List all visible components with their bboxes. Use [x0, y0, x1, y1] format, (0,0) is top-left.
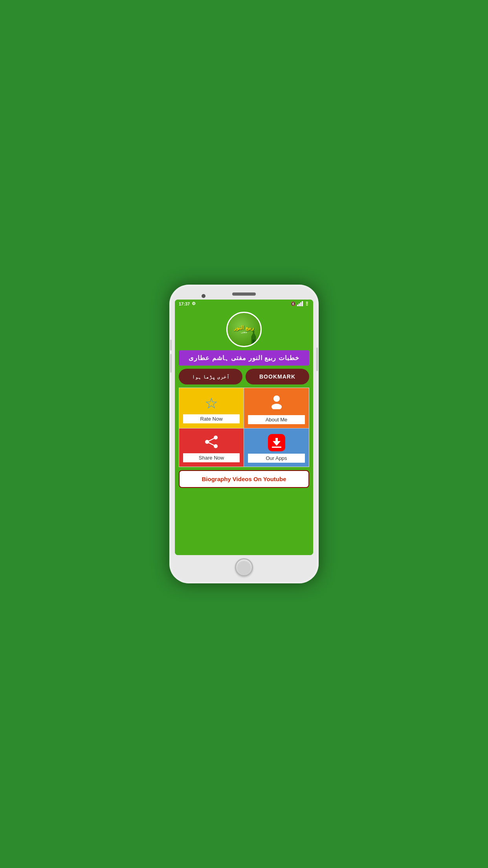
power-button[interactable]: [316, 348, 318, 371]
side-buttons-left: [170, 340, 172, 373]
side-buttons-right: [316, 348, 318, 371]
biography-button[interactable]: Biography Videos On Youtube: [179, 470, 309, 488]
person-icon: [269, 394, 284, 413]
our-apps-cell[interactable]: Our Apps: [244, 428, 309, 467]
mute-icon: 🔇: [291, 302, 295, 306]
svg-point-6: [214, 436, 218, 440]
home-button[interactable]: [235, 558, 253, 576]
battery-icon: 🔋: [305, 302, 309, 306]
about-me-label: About Me: [248, 415, 305, 424]
share-now-cell[interactable]: Share Now: [179, 428, 244, 467]
status-left: 17:37 ⚙: [179, 301, 196, 306]
last-read-button[interactable]: آخری پڑھا ہوا: [179, 369, 242, 384]
phone-bottom-bar: [235, 555, 253, 578]
share-icon: [204, 434, 219, 451]
svg-point-5: [272, 404, 282, 409]
svg-rect-13: [272, 447, 281, 448]
svg-line-9: [207, 438, 216, 442]
logo-arabic-text: ربیع النور: [234, 325, 254, 331]
about-me-cell[interactable]: About Me: [244, 388, 309, 428]
phone-screen: 17:37 ⚙ 🔇 🔋 ربیع النور مفتی: [175, 300, 313, 555]
speaker-grille: [232, 292, 256, 296]
mosque-icon: [249, 330, 259, 346]
signal-bars: [297, 301, 303, 306]
share-now-label: Share Now: [183, 453, 240, 462]
status-time: 17:37: [179, 302, 190, 306]
buttons-row: آخری پڑھا ہوا BOOKMARK: [179, 369, 309, 384]
front-camera: [202, 294, 205, 298]
svg-rect-3: [253, 340, 255, 346]
volume-down-button[interactable]: [170, 354, 172, 373]
logo-inner: ربیع النور مفتی: [227, 313, 261, 346]
app-logo: ربیع النور مفتی: [226, 312, 262, 347]
bookmark-button[interactable]: BOOKMARK: [246, 369, 309, 384]
svg-point-2: [253, 331, 255, 333]
status-bar: 17:37 ⚙ 🔇 🔋: [175, 300, 313, 308]
svg-line-10: [207, 442, 216, 446]
gear-icon: ⚙: [192, 301, 196, 306]
rate-now-cell[interactable]: ☆ Rate Now: [179, 388, 244, 428]
svg-point-4: [273, 395, 280, 402]
logo-sub-text: مفتی: [241, 331, 247, 334]
phone-top-bar: [175, 290, 313, 300]
star-icon: ☆: [205, 395, 218, 412]
phone-frame: 17:37 ⚙ 🔇 🔋 ربیع النور مفتی: [169, 285, 319, 583]
feature-grid: ☆ Rate Now About Me: [179, 388, 309, 467]
status-right: 🔇 🔋: [291, 301, 309, 306]
our-apps-label: Our Apps: [248, 454, 305, 463]
download-box: [268, 434, 285, 451]
app-title-banner: خطبات ربیع النور مفتی ہاشم عطاری: [179, 350, 309, 366]
app-content: ربیع النور مفتی خطبات ربیع النور مفتی ہا…: [175, 308, 313, 555]
svg-rect-12: [275, 438, 278, 443]
volume-up-button[interactable]: [170, 340, 172, 351]
rate-now-label: Rate Now: [183, 414, 240, 423]
